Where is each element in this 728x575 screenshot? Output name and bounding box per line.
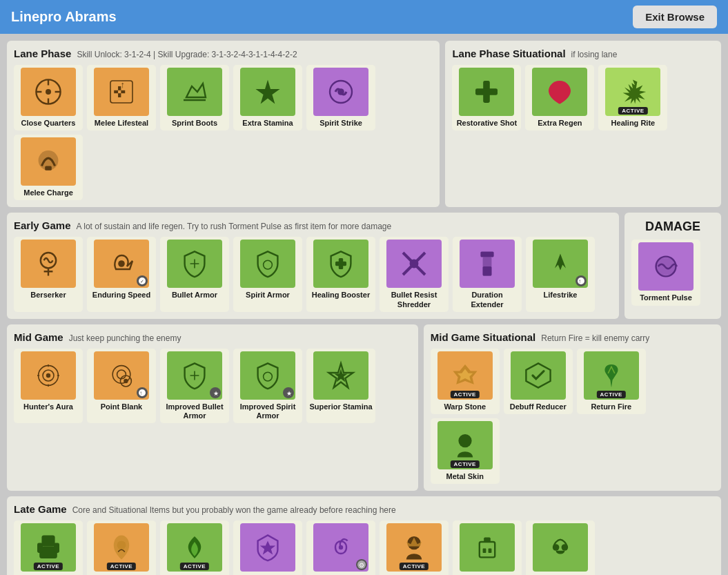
warp-stone-icon xyxy=(449,359,482,392)
mid-game-sit-title: Mid Game Situational xyxy=(431,331,536,343)
item-bullet-armor[interactable]: Bullet Armor xyxy=(160,237,229,311)
healing-rite-label: Healing Rite xyxy=(611,119,656,128)
healing-rite-icon xyxy=(616,75,649,108)
melee-lifesteal-label: Melee Lifesteal xyxy=(95,119,148,128)
item-colossus[interactable]: ACTIVE Colossus xyxy=(14,520,83,575)
item-sprint-boots[interactable]: Sprint Boots xyxy=(160,65,229,130)
debuff-reducer-label: Debuff Reducer xyxy=(510,402,567,411)
item-return-fire[interactable]: ACTIVE Return Fire xyxy=(577,349,646,414)
damage-items: Torment Pulse xyxy=(631,240,714,305)
svg-text:↑: ↑ xyxy=(139,390,142,396)
item-spirit-armor[interactable]: Spirit Armor xyxy=(233,237,302,311)
page-title: Linepro Abrams xyxy=(11,9,117,25)
item-lifestrike[interactable]: ↑ Lifestrike xyxy=(526,237,595,311)
item-spirit-strike[interactable]: Spirit Strike xyxy=(306,65,375,130)
lane-phase-sit-subtitle: if losing lane xyxy=(571,50,618,59)
torment-pulse-icon xyxy=(649,250,682,283)
spirit-armor-icon-wrap xyxy=(240,240,295,288)
svg-rect-29 xyxy=(480,252,493,257)
late-game-header: Late Game Core and Situational Items but… xyxy=(14,503,714,515)
section-late-game: Late Game Core and Situational Items but… xyxy=(7,496,721,575)
early-game-header: Early Game A lot of sustain and life reg… xyxy=(14,220,612,231)
svg-rect-16 xyxy=(475,88,498,95)
metal-skin-icon xyxy=(449,429,482,462)
svg-text:↑: ↑ xyxy=(120,79,124,90)
svg-text:⚙: ⚙ xyxy=(359,562,364,569)
healing-booster-icon-wrap xyxy=(313,240,368,288)
item-healing-rite[interactable]: ACTIVE Healing Rite xyxy=(598,65,667,130)
debuff-reducer-icon-wrap xyxy=(511,351,566,400)
phantom-strike-icon xyxy=(105,531,138,564)
item-enduring-speed[interactable]: ✓ Enduring Speed xyxy=(87,237,156,311)
row-early-game: Early Game A lot of sustain and life reg… xyxy=(7,213,721,318)
enduring-speed-label: Enduring Speed xyxy=(92,291,150,300)
return-fire-icon-wrap: ACTIVE xyxy=(584,351,639,400)
item-restorative-shot[interactable]: Restorative Shot xyxy=(452,65,521,130)
item-torment-pulse[interactable]: Torment Pulse xyxy=(631,240,700,305)
enduring-speed-icon xyxy=(105,247,138,280)
item-superior-cooldown[interactable]: ⚙ Superior Cooldown xyxy=(306,520,375,575)
healing-rite-icon-wrap: ACTIVE xyxy=(605,68,660,116)
item-melee-charge[interactable]: Melee Charge xyxy=(14,135,83,200)
item-hunters-aura[interactable]: Hunter's Aura xyxy=(14,349,83,423)
svg-rect-74 xyxy=(489,549,492,553)
lane-phase-sit-items: Restorative Shot Extra Regen xyxy=(452,65,714,130)
item-leech[interactable]: Leech xyxy=(526,520,595,575)
item-improved-bullet-armor[interactable]: ★ Improved Bullet Armor xyxy=(160,349,229,423)
item-phantom-strike[interactable]: ACTIVE Phantom Strike xyxy=(87,520,156,575)
item-debuff-reducer[interactable]: Debuff Reducer xyxy=(504,349,573,414)
close-quarters-label: Close Quarters xyxy=(21,119,76,128)
item-healing-booster[interactable]: Healing Booster xyxy=(306,237,375,311)
bullet-resist-shredder-icon-wrap xyxy=(386,240,442,288)
section-lane-phase: Lane Phase Skill Unlock: 3-1-2-4 | Skill… xyxy=(7,41,440,207)
item-soul-rebirth[interactable]: Soul Rebirth xyxy=(453,520,522,575)
point-blank-corner-badge: ↑ xyxy=(137,387,148,398)
berserker-label: Berserker xyxy=(30,291,66,300)
svg-text:★: ★ xyxy=(213,390,219,397)
svg-point-1 xyxy=(46,89,51,95)
item-vampiric-burst[interactable]: ACTIVE Vampiric Burst xyxy=(160,520,229,575)
svg-point-52 xyxy=(264,372,273,381)
item-improved-spirit-armor[interactable]: ★ Improved Spirit Armor xyxy=(233,349,302,423)
spirit-strike-icon-wrap xyxy=(313,68,368,116)
hunters-aura-label: Hunter's Aura xyxy=(23,402,73,411)
extra-stamina-icon-wrap xyxy=(240,68,295,116)
item-melee-lifesteal[interactable]: ✜ ↑ Melee Lifesteal xyxy=(87,65,156,130)
item-duration-extender[interactable]: Duration Extender xyxy=(453,237,522,311)
svg-rect-72 xyxy=(484,538,491,542)
improved-bullet-armor-icon xyxy=(178,359,211,392)
item-unstoppable[interactable]: ACTIVE Unstoppable xyxy=(380,520,449,575)
lifestrike-icon xyxy=(544,247,577,280)
mid-game-sit-items: ACTIVE Warp Stone Debuff Reducer xyxy=(431,349,714,484)
exit-browse-button[interactable]: Exit Browse xyxy=(633,6,717,28)
lane-phase-title: Lane Phase xyxy=(14,48,71,59)
unstoppable-icon xyxy=(397,531,431,564)
unstoppable-active-badge: ACTIVE xyxy=(400,563,429,570)
item-close-quarters[interactable]: Close Quarters xyxy=(14,65,83,130)
healing-rite-active-badge: ACTIVE xyxy=(618,107,647,115)
item-berserker[interactable]: Berserker xyxy=(14,237,83,311)
item-diviners-kevlar[interactable]: Diviner's Kevlar xyxy=(233,520,302,575)
phantom-strike-active-badge: ACTIVE xyxy=(107,563,136,570)
item-metal-skin[interactable]: ACTIVE Metal Skin xyxy=(431,418,500,484)
early-game-title: Early Game xyxy=(14,220,71,231)
item-extra-regen[interactable]: Extra Regen xyxy=(525,65,594,130)
late-game-subtitle: Core and Situational Items but you proba… xyxy=(72,505,396,515)
colossus-active-badge: ACTIVE xyxy=(34,563,63,570)
duration-extender-icon-wrap xyxy=(460,240,515,288)
leech-icon-wrap xyxy=(533,523,588,572)
early-game-subtitle: A lot of sustain and life regen. Try to … xyxy=(77,222,392,231)
svg-point-67 xyxy=(339,545,343,549)
section-early-game: Early Game A lot of sustain and life reg… xyxy=(7,213,619,318)
item-bullet-resist-shredder[interactable]: Bullet Resist Shredder xyxy=(380,237,449,311)
item-superior-stamina[interactable]: Superior Stamina xyxy=(306,349,375,423)
item-point-blank[interactable]: ↑ Point Blank xyxy=(87,349,156,423)
healing-booster-label: Healing Booster xyxy=(312,291,370,300)
lane-phase-sit-header: Lane Phase Situational if losing lane xyxy=(452,48,714,59)
duration-extender-label: Duration Extender xyxy=(455,291,519,309)
item-extra-stamina[interactable]: Extra Stamina xyxy=(233,65,302,130)
vampiric-burst-icon-wrap: ACTIVE xyxy=(167,523,222,572)
item-warp-stone[interactable]: ACTIVE Warp Stone xyxy=(431,349,500,414)
superior-stamina-icon-wrap xyxy=(313,351,368,400)
enduring-speed-icon-wrap: ✓ xyxy=(94,240,149,288)
